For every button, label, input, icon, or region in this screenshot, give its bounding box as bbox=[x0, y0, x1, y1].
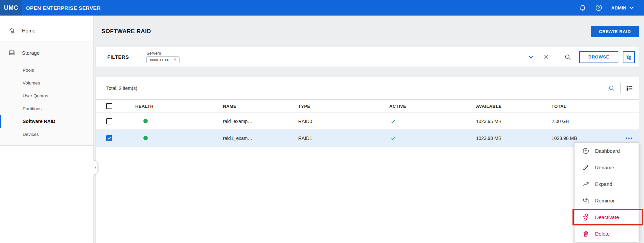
health-status-dot bbox=[143, 136, 148, 140]
servers-filter-label: Servers bbox=[146, 51, 180, 56]
sidebar-item-pools[interactable]: Pools bbox=[0, 64, 93, 76]
sidebar: Home Storage Pools Volumes User Q bbox=[0, 16, 93, 243]
chevron-down-icon bbox=[629, 5, 634, 10]
table-toolbar: Total: 2 item(s) bbox=[96, 77, 639, 99]
sidebar-item-home[interactable]: Home bbox=[0, 16, 93, 42]
active-checkmark-icon bbox=[390, 135, 396, 141]
raid-available: 1023.98 MB bbox=[466, 136, 541, 141]
page-title: SOFTWARE RAID bbox=[102, 28, 151, 35]
row-context-menu: Dashboard Rename Expand bbox=[574, 142, 639, 242]
menu-item-dashboard[interactable]: Dashboard bbox=[575, 143, 639, 159]
sidebar-item-software-raid[interactable]: Software RAID bbox=[0, 115, 93, 128]
sidebar-item-partitions[interactable]: Partitions bbox=[0, 102, 93, 115]
pencil-icon bbox=[582, 164, 589, 171]
tree-view-icon bbox=[626, 54, 632, 60]
home-icon bbox=[8, 27, 15, 34]
chevron-left-icon: ‹ bbox=[94, 165, 96, 170]
active-check bbox=[379, 135, 466, 141]
deactivate-unlink-icon bbox=[582, 214, 589, 221]
dashboard-gauge-icon bbox=[582, 147, 589, 154]
filters-label: FILTERS bbox=[107, 54, 129, 60]
column-header-total: TOTAL bbox=[541, 104, 609, 109]
umc-application: UMC OPEN ENTERPRISE SERVER ? ADMIN bbox=[0, 0, 644, 243]
column-header-active: ACTIVE bbox=[379, 104, 466, 109]
column-header-health: HEALTH bbox=[125, 104, 213, 109]
sidebar-item-user-quotas[interactable]: User Quotas bbox=[0, 89, 93, 102]
raid-total: 2.00 GB bbox=[541, 119, 609, 124]
checkbox-check-icon bbox=[107, 136, 111, 140]
storage-icon bbox=[8, 49, 15, 56]
main-content: SOFTWARE RAID CREATE RAID FILTERS Server… bbox=[93, 16, 644, 243]
sidebar-item-storage[interactable]: Storage bbox=[0, 42, 93, 64]
menu-item-remirror[interactable]: Remirror bbox=[575, 192, 639, 209]
create-raid-button[interactable]: CREATE RAID bbox=[591, 26, 639, 37]
filter-search-icon[interactable] bbox=[564, 54, 571, 60]
admin-user-menu[interactable]: ADMIN bbox=[611, 5, 634, 10]
sidebar-item-devices[interactable]: Devices bbox=[0, 128, 93, 141]
active-check bbox=[379, 118, 466, 124]
menu-item-rename[interactable]: Rename bbox=[575, 159, 639, 176]
raid-type: RAID1 bbox=[288, 136, 379, 141]
remirror-copy-icon bbox=[582, 197, 589, 204]
trend-up-icon bbox=[582, 180, 589, 188]
browse-tree-button[interactable] bbox=[623, 51, 635, 63]
select-all-checkbox[interactable] bbox=[106, 103, 112, 109]
server-filter-chip[interactable]: xxxx-xx-xx ✕ bbox=[146, 56, 180, 63]
clear-filters-icon[interactable] bbox=[543, 54, 549, 60]
product-title: OPEN ENTERPRISE SERVER bbox=[26, 5, 101, 11]
health-status-dot bbox=[143, 119, 148, 123]
help-icon[interactable]: ? bbox=[595, 4, 603, 11]
row-checkbox[interactable] bbox=[106, 118, 112, 124]
servers-filter-field: Servers xxxx-xx-xx ✕ bbox=[146, 51, 180, 63]
sidebar-item-volumes[interactable]: Volumes bbox=[0, 76, 93, 89]
menu-item-expand[interactable]: Expand bbox=[575, 176, 639, 192]
total-count: Total: 2 item(s) bbox=[106, 86, 137, 91]
toolbar-divider bbox=[620, 82, 621, 94]
menu-item-deactivate[interactable]: Deactivate bbox=[575, 209, 639, 225]
notifications-bell-icon[interactable] bbox=[579, 4, 586, 11]
table-header-row: HEALTH NAME TYPE ACTIVE AVAILABLE TOTAL bbox=[96, 99, 639, 113]
raid-name: raid_examp… bbox=[213, 119, 288, 124]
umc-logo[interactable]: UMC bbox=[0, 0, 22, 16]
expand-filters-chevron-icon[interactable] bbox=[528, 54, 534, 60]
table-row[interactable]: raid1_exam… RAID1 1023.98 MB 1023.98 MB … bbox=[96, 130, 639, 147]
active-checkmark-icon bbox=[390, 118, 396, 124]
browse-button[interactable]: BROWSE bbox=[579, 51, 618, 63]
chip-remove-icon[interactable]: ✕ bbox=[173, 58, 176, 62]
row-actions-ellipsis[interactable]: ••• bbox=[625, 135, 633, 141]
page-header: SOFTWARE RAID CREATE RAID bbox=[96, 16, 639, 47]
filter-bar: FILTERS Servers xxxx-xx-xx ✕ bbox=[96, 47, 639, 67]
table-search-icon[interactable] bbox=[608, 85, 615, 92]
filter-divider bbox=[556, 51, 556, 64]
raid-table-card: Total: 2 item(s) bbox=[96, 77, 639, 243]
column-settings-list-icon[interactable] bbox=[626, 85, 633, 92]
sidebar-storage-group: Storage Pools Volumes User Quotas Partit… bbox=[0, 42, 93, 146]
svg-text:?: ? bbox=[598, 6, 600, 10]
top-bar: UMC OPEN ENTERPRISE SERVER ? ADMIN bbox=[0, 0, 644, 16]
raid-type: RAID0 bbox=[288, 119, 379, 124]
raid-available: 1023.95 MB bbox=[466, 119, 541, 124]
trash-icon bbox=[582, 230, 589, 237]
raid-name: raid1_exam… bbox=[213, 136, 288, 141]
column-header-available: AVAILABLE bbox=[466, 104, 541, 109]
column-header-name: NAME bbox=[213, 104, 288, 109]
row-checkbox[interactable] bbox=[106, 135, 112, 141]
column-header-type: TYPE bbox=[288, 104, 379, 109]
raid-total: 1023.98 MB bbox=[541, 136, 609, 141]
menu-item-delete[interactable]: Delete bbox=[575, 225, 639, 242]
table-row[interactable]: raid_examp… RAID0 1023.95 MB 2.00 GB bbox=[96, 113, 639, 130]
